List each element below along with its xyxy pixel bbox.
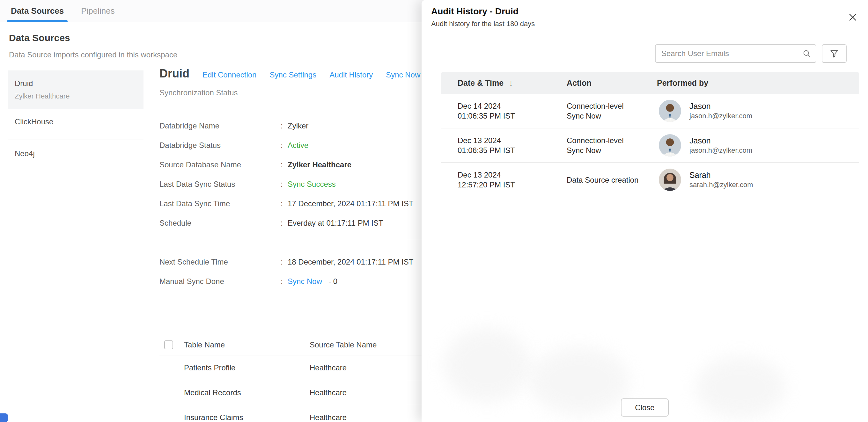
- audit-time: 01:06:35 PM IST: [458, 145, 515, 155]
- search-input[interactable]: [656, 49, 798, 58]
- audit-time: 01:06:35 PM IST: [458, 111, 515, 121]
- audit-action-line2: Sync Now: [567, 145, 624, 155]
- colon: [281, 160, 288, 169]
- tab-data-sources[interactable]: Data Sources: [8, 0, 67, 22]
- audit-date: Dec 13 2024: [458, 135, 515, 145]
- field-value: 18 December, 2024 01:17:11 PM IST: [288, 258, 413, 266]
- table-name-cell: Patients Profile: [184, 363, 235, 372]
- column-date-time[interactable]: Date & Time ↓: [458, 78, 513, 88]
- audit-history-link[interactable]: Audit History: [330, 70, 373, 79]
- datasource-name: Neo4j: [15, 149, 136, 158]
- colon: [281, 219, 288, 228]
- audit-row: Dec 13 2024 12:57:20 PM IST Data Source …: [441, 163, 859, 197]
- filter-button[interactable]: [822, 44, 847, 63]
- audit-action-line1: Connection-level: [567, 101, 624, 111]
- field-label: Databridge Status: [159, 141, 281, 150]
- field-label: Last Data Sync Status: [159, 180, 281, 189]
- background-blob: [444, 328, 530, 401]
- sync-status-fields: Databridge Name Zylker Databridge Status…: [159, 116, 413, 233]
- search-box: [655, 44, 816, 63]
- search-icon: [798, 49, 816, 58]
- audit-action-line1: Connection-level: [567, 135, 624, 145]
- column-date-time-label: Date & Time: [458, 78, 503, 87]
- detail-header: Druid Edit Connection Sync Settings Audi…: [159, 67, 420, 80]
- colon: [281, 258, 288, 266]
- list-item-neo4j[interactable]: Neo4j: [8, 140, 144, 179]
- section-divider: [159, 240, 424, 240]
- table-name-cell: Insurance Claims: [184, 413, 243, 422]
- background-blob: [696, 357, 785, 418]
- column-source-table-name: Source Table Name: [310, 340, 377, 349]
- close-icon[interactable]: [846, 11, 859, 24]
- audit-date-cell: Dec 13 2024 12:57:20 PM IST: [458, 170, 515, 190]
- audit-date: Dec 14 2024: [458, 101, 515, 111]
- manual-sync-now-link[interactable]: Sync Now: [288, 277, 322, 286]
- tab-pipelines-label: Pipelines: [81, 6, 115, 16]
- list-item-clickhouse[interactable]: ClickHouse: [8, 109, 144, 140]
- colon: [281, 180, 288, 189]
- tables-header-row: Table Name Source Table Name: [159, 335, 424, 355]
- colon: [281, 199, 288, 208]
- audit-user-cell: Jason jason.h@zylker.com: [659, 94, 752, 128]
- source-table-cell: Healthcare: [310, 413, 347, 422]
- modal-subtitle: Audit history for the last 180 days: [431, 20, 535, 28]
- audit-row: Dec 14 2024 01:06:35 PM IST Connection-l…: [441, 94, 859, 128]
- field-label: Source Database Name: [159, 160, 281, 169]
- datasource-list: Druid Zylker Healthcare ClickHouse Neo4j: [8, 70, 144, 179]
- close-button[interactable]: Close: [621, 398, 669, 417]
- user-name: Jason: [689, 101, 752, 111]
- field-last-sync-time: Last Data Sync Time 17 December, 2024 01…: [159, 194, 413, 213]
- colon: [281, 277, 288, 286]
- datasource-name: ClickHouse: [15, 117, 136, 127]
- field-value: 17 December, 2024 01:17:11 PM IST: [288, 199, 413, 208]
- tables-list: Table Name Source Table Name Patients Pr…: [159, 335, 424, 422]
- audit-table-header: Date & Time ↓ Action Performed by: [441, 72, 859, 94]
- column-table-name: Table Name: [184, 340, 225, 349]
- datasource-subtitle: Zylker Healthcare: [15, 92, 136, 100]
- tab-pipelines[interactable]: Pipelines: [78, 0, 118, 22]
- manual-sync-count: - 0: [329, 277, 337, 286]
- datasource-name: Druid: [15, 79, 136, 88]
- field-databridge-name: Databridge Name Zylker: [159, 116, 413, 135]
- table-row[interactable]: Insurance Claims Healthcare: [159, 405, 424, 422]
- sync-status-section-label: Synchronization Status: [159, 88, 238, 97]
- select-all-checkbox[interactable]: [164, 340, 173, 349]
- field-label: Next Schedule Time: [159, 258, 281, 266]
- filter-funnel-icon: [830, 49, 839, 58]
- sort-desc-icon: ↓: [509, 78, 513, 87]
- column-performed-by: Performed by: [657, 78, 708, 88]
- sync-now-link[interactable]: Sync Now: [386, 70, 420, 79]
- audit-history-panel: Audit History - Druid Audit history for …: [422, 0, 868, 422]
- field-manual-sync-done: Manual Sync Done Sync Now - 0: [159, 271, 413, 291]
- page-subtitle: Data Source imports configured in this w…: [9, 51, 177, 59]
- audit-action-cell: Connection-level Sync Now: [567, 135, 624, 155]
- user-name: Sarah: [689, 170, 753, 180]
- audit-action-cell: Data Source creation: [567, 175, 639, 185]
- column-action: Action: [567, 78, 592, 88]
- user-email: jason.h@zylker.com: [689, 146, 752, 155]
- field-label: Schedule: [159, 219, 281, 228]
- schedule-fields: Next Schedule Time 18 December, 2024 01:…: [159, 252, 413, 291]
- user-email: sarah.h@zylker.com: [689, 181, 753, 189]
- field-value: Zylker Healthcare: [288, 160, 351, 169]
- audit-date: Dec 13 2024: [458, 170, 515, 180]
- colon: [281, 122, 288, 130]
- audit-row: Dec 13 2024 01:06:35 PM IST Connection-l…: [441, 128, 859, 163]
- table-row[interactable]: Medical Records Healthcare: [159, 380, 424, 405]
- field-label: Last Data Sync Time: [159, 199, 281, 208]
- user-meta: Sarah sarah.h@zylker.com: [689, 170, 753, 189]
- field-label: Manual Sync Done: [159, 277, 281, 286]
- edit-connection-link[interactable]: Edit Connection: [203, 70, 256, 79]
- sync-settings-link[interactable]: Sync Settings: [270, 70, 316, 79]
- page-title: Data Sources: [9, 33, 70, 43]
- active-tab-indicator: [7, 20, 68, 22]
- audit-user-cell: Jason jason.h@zylker.com: [659, 128, 752, 162]
- field-value: Everday at 01:17:11 PM IST: [288, 219, 383, 228]
- field-databridge-status: Databridge Status Active: [159, 135, 413, 155]
- list-item-druid[interactable]: Druid Zylker Healthcare: [8, 70, 144, 109]
- x-icon: [847, 12, 858, 22]
- background-blob: [530, 348, 629, 414]
- table-row[interactable]: Patients Profile Healthcare: [159, 355, 424, 380]
- status-badge: Active: [288, 141, 308, 150]
- field-schedule: Schedule Everday at 01:17:11 PM IST: [159, 213, 413, 233]
